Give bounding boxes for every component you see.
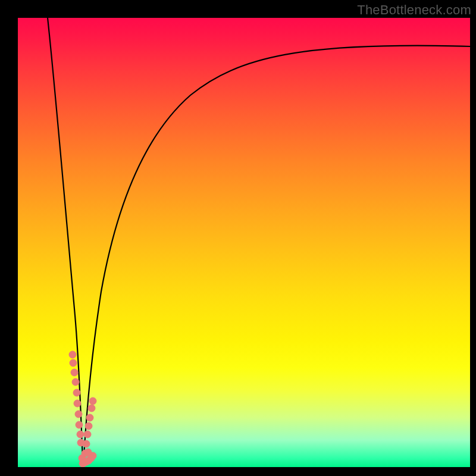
marker-dot <box>86 414 93 421</box>
marker-dot <box>77 431 84 438</box>
chart-frame: TheBottleneck.com <box>0 0 476 476</box>
marker-dot <box>75 411 82 418</box>
marker-dot <box>72 378 79 386</box>
watermark-text: TheBottleneck.com <box>357 2 471 18</box>
marker-dot <box>69 351 76 358</box>
marker-dot <box>85 422 92 430</box>
marker-dot <box>88 405 95 412</box>
curve-left-branch <box>48 18 83 465</box>
marker-dot <box>84 431 91 438</box>
plot-area <box>18 18 470 467</box>
curve-right-branch <box>83 46 470 465</box>
marker-dot <box>76 421 83 428</box>
marker-dot <box>83 440 90 447</box>
marker-dot <box>70 359 77 367</box>
marker-dot <box>74 400 81 407</box>
bottleneck-curve <box>18 18 470 467</box>
marker-dot <box>84 449 92 456</box>
marker-dot <box>73 389 80 396</box>
marker-dot <box>89 397 96 405</box>
marker-dot <box>71 369 78 376</box>
